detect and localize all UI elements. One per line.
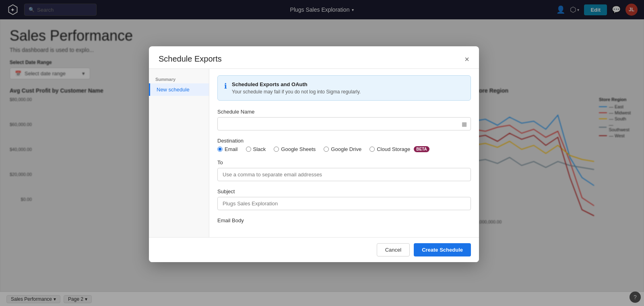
google-sheets-label: Google Sheets bbox=[281, 146, 316, 152]
destination-label: Destination bbox=[217, 138, 471, 144]
beta-badge: BETA bbox=[414, 146, 429, 152]
subject-input[interactable] bbox=[217, 197, 471, 210]
modal-sidebar: Summary New schedule bbox=[149, 69, 209, 237]
destination-group: Destination Email Slack Google Sheets bbox=[217, 138, 471, 152]
subject-label: Subject bbox=[217, 188, 471, 194]
cloud-storage-label: Cloud Storage bbox=[377, 146, 410, 152]
info-title: Scheduled Exports and OAuth bbox=[232, 81, 361, 87]
subject-group: Subject bbox=[217, 188, 471, 210]
google-sheets-radio[interactable] bbox=[274, 147, 279, 152]
info-box: ℹ Scheduled Exports and OAuth Your sched… bbox=[217, 75, 471, 101]
slack-radio[interactable] bbox=[246, 147, 251, 152]
schedule-name-label: Schedule Name bbox=[217, 109, 471, 115]
info-body: Your schedule may fail if you do not log… bbox=[232, 89, 361, 95]
cancel-button[interactable]: Cancel bbox=[377, 243, 410, 256]
schedule-exports-modal: Schedule Exports × Summary New schedule … bbox=[149, 46, 479, 262]
create-schedule-button[interactable]: Create Schedule bbox=[414, 243, 471, 256]
email-body-label: Email Body bbox=[217, 217, 471, 223]
sidebar-item-new-schedule[interactable]: New schedule bbox=[149, 83, 209, 96]
google-drive-radio[interactable] bbox=[324, 147, 329, 152]
modal-body: Summary New schedule ℹ Scheduled Exports… bbox=[149, 69, 479, 237]
calendar-icon: ▦ bbox=[462, 121, 467, 127]
close-button[interactable]: × bbox=[464, 55, 469, 63]
info-text: Scheduled Exports and OAuth Your schedul… bbox=[232, 81, 361, 95]
destination-google-sheets[interactable]: Google Sheets bbox=[274, 146, 316, 152]
sidebar-section-label: Summary bbox=[149, 74, 209, 83]
schedule-name-group: Schedule Name ▦ bbox=[217, 109, 471, 130]
modal-title: Schedule Exports bbox=[159, 54, 222, 64]
destination-slack[interactable]: Slack bbox=[246, 146, 266, 152]
destination-google-drive[interactable]: Google Drive bbox=[324, 146, 361, 152]
destination-email[interactable]: Email bbox=[217, 146, 238, 152]
cloud-storage-radio[interactable] bbox=[369, 147, 375, 152]
info-icon: ℹ bbox=[224, 82, 227, 91]
google-drive-label: Google Drive bbox=[331, 146, 361, 152]
modal-footer: Cancel Create Schedule bbox=[149, 237, 479, 262]
modal-header: Schedule Exports × bbox=[149, 46, 479, 69]
schedule-name-input[interactable] bbox=[217, 117, 471, 130]
modal-overlay: Schedule Exports × Summary New schedule … bbox=[0, 0, 644, 306]
schedule-name-input-wrap: ▦ bbox=[217, 117, 471, 130]
slack-label: Slack bbox=[253, 146, 266, 152]
email-radio[interactable] bbox=[217, 147, 223, 152]
modal-main-content: ℹ Scheduled Exports and OAuth Your sched… bbox=[209, 69, 479, 237]
to-group: To bbox=[217, 159, 471, 181]
to-input[interactable] bbox=[217, 168, 471, 181]
destination-cloud-storage[interactable]: Cloud Storage BETA bbox=[369, 146, 429, 152]
email-body-group: Email Body bbox=[217, 217, 471, 223]
email-label: Email bbox=[225, 146, 238, 152]
to-label: To bbox=[217, 159, 471, 165]
destination-options: Email Slack Google Sheets Google Dr bbox=[217, 146, 471, 152]
